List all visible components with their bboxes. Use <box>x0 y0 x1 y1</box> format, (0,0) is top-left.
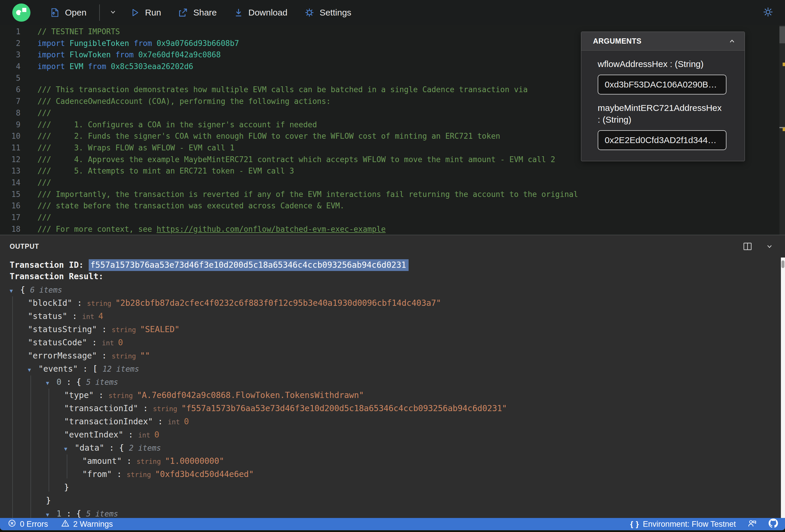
line-number: 11 <box>0 142 21 154</box>
code-token: /// 2. Funds the signer's COA with enoug… <box>37 132 500 141</box>
json-colon: : <box>78 364 93 374</box>
json-tkey: "data" <box>75 443 104 453</box>
json-brace: } <box>64 483 69 492</box>
json-tree-row: "status" : int 4 <box>0 310 781 323</box>
flow-logo <box>12 3 30 22</box>
json-brace: { <box>119 443 129 453</box>
json-tkey: "from" <box>82 470 112 479</box>
toolbar-divider <box>99 4 100 21</box>
collapse-toggle[interactable]: ▼ <box>46 508 56 518</box>
argument-input[interactable] <box>598 130 727 150</box>
errors-status[interactable]: 0 Errors <box>8 519 48 530</box>
json-tkey: "transactionIndex" <box>64 417 153 426</box>
settings-label: Settings <box>320 8 351 18</box>
code-token: /// CadenceOwnedAccount (COA), performin… <box>37 97 331 106</box>
github-link[interactable] <box>768 518 778 530</box>
line-number: 3 <box>0 49 21 61</box>
collapse-toggle[interactable]: ▼ <box>46 376 56 389</box>
json-val-string: "SEALED" <box>140 325 180 334</box>
line-number: 15 <box>0 189 21 200</box>
run-label: Run <box>145 8 161 18</box>
json-val-string: "0xfd3b4cd50d44e6ed" <box>155 470 254 479</box>
open-label: Open <box>65 8 86 18</box>
line-number: 1 <box>0 26 21 38</box>
line-number: 16 <box>0 200 21 212</box>
collapse-toggle[interactable]: ▼ <box>10 284 20 297</box>
download-button[interactable]: Download <box>234 8 287 18</box>
json-val-int: 0 <box>154 430 159 439</box>
json-tkey: "errorMessage" <box>28 351 97 360</box>
json-vt-int: int <box>102 339 118 347</box>
line-number: 12 <box>0 154 21 166</box>
code-token: /// <box>37 108 51 117</box>
json-tree-row: "transactionId" : string "f557a1573b76aa… <box>0 402 781 415</box>
warnings-status[interactable]: 2 Warnings <box>61 519 113 530</box>
output-scrollbar[interactable] <box>781 257 785 518</box>
code-token: from <box>115 50 138 59</box>
json-colon: : <box>61 509 76 518</box>
code-line: 18/// For more context, see https://gith… <box>0 224 785 235</box>
theme-toggle-button[interactable] <box>763 7 773 19</box>
json-brace: [ <box>93 364 102 374</box>
transaction-result-label: Transaction Result: <box>10 271 781 282</box>
share-button[interactable]: Share <box>178 8 217 18</box>
arguments-title: ARGUMENTS <box>593 37 641 45</box>
code-token: /// <box>37 178 51 187</box>
json-idx: 1 <box>56 509 61 518</box>
editor-scrollbar-thumb[interactable] <box>780 26 785 43</box>
json-tree-row: "from" : string "0xfd3b4cd50d44e6ed" <box>0 467 781 481</box>
feedback-button[interactable] <box>748 518 757 530</box>
json-tkey: "events" <box>39 364 78 374</box>
code-token: /// For more context, see <box>37 225 157 233</box>
collapse-panel-button[interactable] <box>728 37 736 46</box>
code-link[interactable]: https://github.com/onflow/batched-evm-ex… <box>157 225 386 233</box>
json-items: 2 items <box>129 444 161 452</box>
share-label: Share <box>193 8 217 18</box>
code-line: 13/// 5. Attempts to mint an ERC721 toke… <box>0 165 785 177</box>
code-token: /// Importantly, the transaction is reve… <box>37 190 578 199</box>
collapse-toggle[interactable]: ▼ <box>64 442 75 455</box>
json-idx: 0 <box>56 377 61 387</box>
json-tkey: "eventIndex" <box>64 430 123 439</box>
line-number: 7 <box>0 96 21 107</box>
collapse-toggle[interactable]: ▼ <box>28 363 39 376</box>
json-tkey: "statusCode" <box>28 338 87 347</box>
json-tree-row: ▼1 : { 5 items <box>0 507 781 518</box>
download-icon <box>234 8 243 17</box>
line-number: 5 <box>0 73 21 84</box>
json-val-string: "f557a1573b76aa53e73d46f3e10d200d5c18a65… <box>181 404 507 413</box>
collapse-output-icon[interactable] <box>765 242 774 251</box>
line-number: 4 <box>0 61 21 73</box>
json-colon: : <box>87 338 102 347</box>
json-val-string: "1.00000000" <box>165 456 224 466</box>
json-tree-row: "amount" : string "1.00000000" <box>0 454 781 467</box>
open-dropdown-button[interactable] <box>108 8 117 18</box>
error-icon <box>8 519 17 530</box>
open-button[interactable]: Open <box>50 8 86 18</box>
json-colon: : <box>138 404 153 413</box>
editor-scrollbar[interactable] <box>780 25 785 235</box>
json-tree: ▼{ 6 items"blockId" : string "2b28cbfb87… <box>0 283 781 518</box>
github-icon <box>768 518 778 530</box>
gear-icon <box>304 8 314 18</box>
split-panel-icon[interactable] <box>743 242 752 251</box>
json-tkey: "statusString" <box>28 325 97 334</box>
json-tree-row: ▼"events" : [ 12 items <box>0 362 781 376</box>
chevron-down-icon <box>108 8 117 18</box>
json-vt-string: string <box>87 300 115 307</box>
run-button[interactable]: Run <box>130 8 161 18</box>
code-token: from <box>88 62 111 71</box>
output-scrollbar-thumb[interactable] <box>782 260 784 268</box>
json-colon: : <box>153 417 168 426</box>
line-number: 8 <box>0 107 21 119</box>
warning-marker <box>783 128 785 131</box>
line-number: 18 <box>0 224 21 235</box>
code-token: /// state before the transaction was exe… <box>37 201 345 210</box>
argument-input[interactable] <box>598 75 727 95</box>
json-colon: : <box>61 377 76 387</box>
code-line: 15/// Importantly, the transaction is re… <box>0 189 785 200</box>
environment-status[interactable]: { } Environment: Flow Testnet <box>630 520 736 529</box>
settings-button[interactable]: Settings <box>304 8 351 18</box>
braces-icon: { } <box>630 520 639 529</box>
environment-label: Environment: Flow Testnet <box>643 520 736 529</box>
